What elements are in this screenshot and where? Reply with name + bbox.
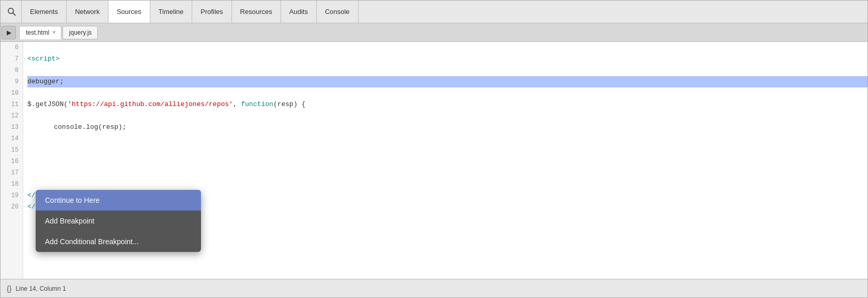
panel-toggle-button[interactable]: ▶ [2, 26, 16, 39]
nav-item-sources[interactable]: Sources [109, 1, 150, 23]
code-token-debugger: debugger; [27, 76, 64, 87]
code-token-getjson: $.getJSON( [27, 99, 68, 110]
line-num-10: 10 [1, 87, 23, 99]
code-line-9: debugger; [27, 76, 867, 87]
code-line-17 [27, 167, 867, 178]
nav-item-console[interactable]: Console [317, 1, 359, 23]
line-num-14: 14 [1, 133, 23, 144]
line-numbers: 6 7 8 9 10 11 12 13 14 15 16 17 18 19 20 [1, 42, 23, 279]
code-line-10 [27, 87, 867, 99]
code-line-15 [27, 144, 867, 156]
status-bar-icon: {} [7, 285, 11, 293]
svg-point-0 [8, 8, 13, 13]
code-line-12 [27, 110, 867, 122]
line-num-15: 15 [1, 144, 23, 156]
code-line-14 [27, 133, 867, 144]
code-token-string: 'https://api.github.com/alliejones/repos… [68, 99, 233, 110]
code-line-8 [27, 65, 867, 76]
line-num-8: 8 [1, 65, 23, 76]
context-menu-item-add-conditional-label: Add Conditional Breakpoint... [45, 237, 138, 246]
context-menu-item-add-breakpoint[interactable]: Add Breakpoint [36, 211, 201, 231]
code-line-7: <script> [27, 53, 867, 65]
code-token-function: function [241, 99, 273, 110]
line-num-12: 12 [1, 110, 23, 122]
tab-test-html[interactable]: test.html × [19, 26, 61, 39]
nav-bar: Elements Network Sources Timeline Profil… [1, 1, 867, 23]
code-line-18 [27, 178, 867, 190]
line-num-20: 20 [1, 201, 23, 213]
nav-item-profiles[interactable]: Profiles [192, 1, 231, 23]
code-token-console: console.log(resp); [27, 122, 127, 133]
tab-test-html-close[interactable]: × [52, 29, 55, 35]
nav-item-timeline[interactable]: Timeline [150, 1, 193, 23]
context-menu: Continue to Here Add Breakpoint Add Cond… [36, 190, 201, 252]
context-menu-item-add-conditional[interactable]: Add Conditional Breakpoint... [36, 231, 201, 252]
nav-items: Elements Network Sources Timeline Profil… [21, 1, 359, 23]
code-token-line14 [27, 133, 32, 144]
line-num-18: 18 [1, 178, 23, 190]
line-num-7: 7 [1, 53, 23, 65]
line-num-19: 19 [1, 190, 23, 201]
svg-line-1 [13, 13, 16, 16]
line-num-9: 9 [1, 76, 23, 87]
status-bar: {} Line 14, Column 1 [1, 279, 867, 297]
context-menu-item-add-breakpoint-label: Add Breakpoint [45, 217, 95, 225]
nav-item-elements[interactable]: Elements [21, 1, 67, 23]
code-line-11: $.getJSON('https://api.github.com/alliej… [27, 99, 867, 110]
devtools-window: Elements Network Sources Timeline Profil… [0, 0, 868, 298]
code-line-13: console.log(resp); [27, 122, 867, 133]
line-num-17: 17 [1, 167, 23, 178]
code-token-comma: , [233, 99, 241, 110]
line-num-6: 6 [1, 42, 23, 53]
tab-test-html-label: test.html [26, 29, 49, 36]
tab-jquery-js[interactable]: jquery.js [63, 26, 98, 39]
code-area: 6 7 8 9 10 11 12 13 14 15 16 17 18 19 20 [1, 42, 867, 279]
line-num-13: 13 [1, 122, 23, 133]
status-bar-text: Line 14, Column 1 [16, 285, 66, 292]
tab-jquery-js-label: jquery.js [69, 29, 92, 36]
context-menu-item-continue[interactable]: Continue to Here [36, 190, 201, 211]
code-line-16 [27, 156, 867, 167]
nav-item-network[interactable]: Network [67, 1, 109, 23]
code-token: <script> [27, 53, 59, 65]
code-line-6 [27, 42, 867, 53]
line-num-16: 16 [1, 156, 23, 167]
search-button[interactable] [3, 3, 21, 21]
line-num-11: 11 [1, 99, 23, 110]
code-token-args: (resp) { [273, 99, 305, 110]
nav-item-resources[interactable]: Resources [232, 1, 281, 23]
tab-bar: ▶ test.html × jquery.js [1, 23, 867, 42]
panel-toggle-icon: ▶ [7, 29, 11, 36]
nav-item-audits[interactable]: Audits [281, 1, 317, 23]
context-menu-item-continue-label: Continue to Here [45, 196, 100, 204]
